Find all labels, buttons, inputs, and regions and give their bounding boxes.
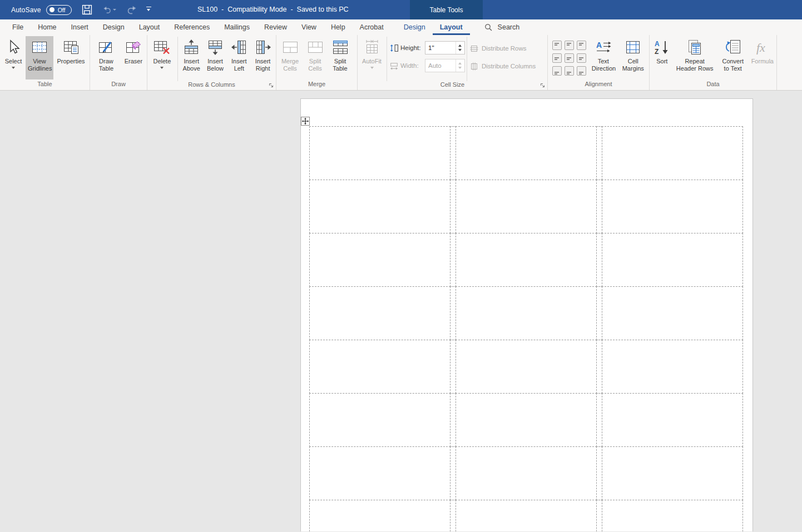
autosave-state: Off	[58, 7, 66, 13]
label-cell[interactable]	[602, 233, 743, 287]
text-direction-button[interactable]: A Text Direction	[588, 36, 618, 79]
align-center-button[interactable]	[565, 53, 574, 63]
label-cell[interactable]	[456, 286, 597, 340]
align-top-center-button[interactable]	[565, 41, 574, 50]
autofit-dropdown-icon	[370, 67, 374, 71]
label-cell[interactable]	[309, 180, 450, 233]
toggle-knob-icon	[49, 7, 55, 12]
label-cell[interactable]	[456, 393, 597, 447]
merge-cells-button[interactable]: Merge Cells	[278, 36, 303, 79]
align-bottom-center-button[interactable]	[565, 66, 574, 76]
label-cell[interactable]	[309, 233, 450, 287]
label-cell[interactable]	[309, 286, 450, 340]
align-center-right-button[interactable]	[577, 53, 586, 63]
label-cell[interactable]	[602, 393, 743, 447]
select-button[interactable]: Select	[1, 36, 26, 79]
cell-size-controls: Height:	[389, 36, 465, 77]
height-spin-down-icon	[456, 48, 464, 54]
split-cells-button[interactable]: Split Cells	[303, 36, 328, 79]
tab-mailings[interactable]: Mailings	[217, 19, 257, 35]
label-cell[interactable]	[309, 126, 450, 180]
tab-acrobat[interactable]: Acrobat	[353, 19, 391, 35]
rows-columns-dialog-launcher[interactable]	[268, 82, 274, 88]
insert-left-button[interactable]: Insert Left	[227, 36, 251, 79]
height-label: Height:	[400, 44, 425, 51]
convert-to-text-label: Convert to Text	[720, 58, 746, 72]
select-dropdown-icon	[12, 67, 15, 71]
tab-table-layout[interactable]: Layout	[433, 19, 470, 35]
undo-button[interactable]	[103, 3, 116, 17]
label-cell[interactable]	[602, 126, 743, 180]
repeat-header-rows-button[interactable]: Repeat Header Rows	[674, 36, 716, 79]
label-cell[interactable]	[456, 180, 597, 233]
tab-home[interactable]: Home	[31, 19, 63, 35]
align-top-left-button[interactable]	[552, 41, 562, 50]
eraser-button[interactable]: Eraser	[121, 36, 146, 79]
align-top-right-button[interactable]	[577, 41, 586, 50]
label-cell[interactable]	[456, 340, 597, 394]
view-gridlines-button[interactable]: View Gridlines	[26, 36, 53, 79]
formula-button[interactable]: fx Formula	[750, 36, 775, 79]
align-bottom-left-button[interactable]	[552, 66, 562, 76]
label-cell[interactable]	[456, 446, 597, 500]
tab-file[interactable]: File	[5, 19, 31, 35]
properties-button[interactable]: Properties	[53, 36, 88, 79]
distribute-columns-button[interactable]: Distribute Columns	[470, 59, 536, 73]
search-box[interactable]: Search	[484, 19, 520, 35]
height-input[interactable]	[425, 42, 456, 54]
properties-label: Properties	[57, 58, 85, 65]
insert-below-button[interactable]: Insert Below	[204, 36, 227, 79]
undo-icon	[103, 4, 112, 15]
label-cell[interactable]	[602, 180, 743, 233]
cell-margins-button[interactable]: Cell Margins	[618, 36, 648, 79]
label-cell[interactable]	[602, 286, 743, 340]
label-cell[interactable]	[602, 446, 743, 500]
tab-layout[interactable]: Layout	[132, 19, 167, 35]
tab-table-design[interactable]: Design	[397, 19, 433, 35]
align-bottom-right-button[interactable]	[577, 66, 586, 76]
cell-margins-icon	[624, 38, 642, 56]
delete-label: Delete	[153, 58, 171, 65]
label-cell[interactable]	[602, 500, 743, 531]
width-input[interactable]	[425, 59, 456, 72]
label-cell[interactable]	[309, 340, 450, 394]
redo-icon	[126, 4, 137, 15]
align-center-left-button[interactable]	[552, 53, 562, 63]
distribute-rows-button[interactable]: Distribute Rows	[470, 42, 536, 55]
autosave-toggle[interactable]: Off	[46, 5, 72, 15]
autofit-label: AutoFit	[362, 58, 382, 65]
table-row	[309, 500, 743, 531]
tab-help[interactable]: Help	[324, 19, 353, 35]
customize-qat-button[interactable]	[146, 7, 151, 13]
cell-size-dialog-launcher[interactable]	[539, 82, 546, 88]
delete-button[interactable]: Delete	[148, 36, 176, 79]
split-table-button[interactable]: Split Table	[328, 36, 353, 79]
insert-above-button[interactable]: Insert Above	[180, 36, 204, 79]
label-cell[interactable]	[456, 126, 597, 180]
tab-references[interactable]: References	[167, 19, 217, 35]
label-cell[interactable]	[309, 500, 450, 531]
tab-review[interactable]: Review	[257, 19, 294, 35]
width-spinner[interactable]	[456, 59, 464, 72]
insert-right-button[interactable]: Insert Right	[251, 36, 275, 79]
label-cell[interactable]	[309, 446, 450, 500]
label-cell[interactable]	[602, 340, 743, 394]
convert-to-text-button[interactable]: Convert to Text	[716, 36, 750, 79]
document-page	[300, 98, 753, 531]
sort-button[interactable]: A Z Sort	[651, 36, 674, 79]
redo-button[interactable]	[125, 3, 138, 17]
table-move-handle[interactable]	[301, 117, 310, 126]
tab-design[interactable]: Design	[96, 19, 132, 35]
insert-left-label: Insert Left	[227, 58, 251, 72]
height-spinner[interactable]	[456, 42, 464, 54]
label-cell[interactable]	[456, 500, 597, 531]
svg-text:A: A	[655, 40, 660, 48]
label-cell[interactable]	[309, 393, 450, 447]
tab-insert[interactable]: Insert	[64, 19, 96, 35]
label-cell[interactable]	[456, 233, 597, 287]
tab-view[interactable]: View	[294, 19, 324, 35]
save-button[interactable]	[81, 3, 94, 17]
draw-table-button[interactable]: Draw Table	[91, 36, 121, 79]
merge-cells-icon	[281, 38, 299, 56]
autofit-button[interactable]: AutoFit	[359, 36, 385, 79]
